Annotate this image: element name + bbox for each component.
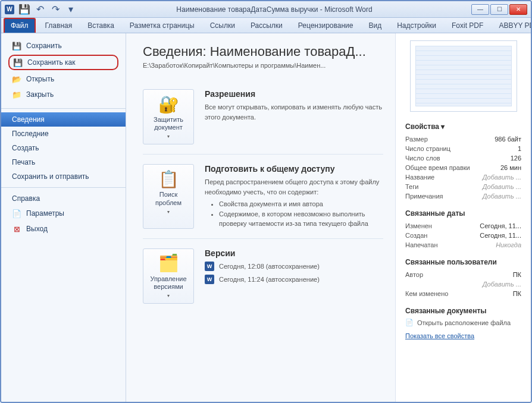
prop-lastmod-val: ПК [513,290,521,297]
prop-title-key: Название [405,174,434,181]
nav-new[interactable]: Создать [1,141,126,155]
protect-document-button[interactable]: 🔐 Защитить документ ▾ [143,89,194,144]
tab-addins[interactable]: Надстройки [391,19,442,33]
qat-customize-button[interactable]: ▾ [64,4,77,15]
prop-comments-key: Примечания [405,193,443,200]
tab-pagelayout[interactable]: Разметка страницы [124,19,201,33]
nav-share-label: Сохранить и отправить [12,172,89,181]
window-title: Наименование товараДатаСумма выручки - M… [77,5,471,14]
tab-foxit[interactable]: Foxit PDF [446,19,489,33]
qat-save-button[interactable]: 💾 [18,4,31,15]
prop-pages-val: 1 [518,145,521,152]
prop-printed-key: Напечатан [405,241,437,248]
prop-modified-val: Сегодня, 11... [480,222,521,229]
prepare-bullet: Содержимое, в котором невозможно выполни… [219,209,383,229]
nav-exit-label: Выход [26,225,48,233]
prop-edit-val: 26 мин [500,164,521,171]
qat-redo-button[interactable]: ↷ [49,4,62,15]
save-as-icon: 💾 [13,58,23,67]
nav-info[interactable]: Сведения [1,112,126,127]
tab-file[interactable]: Файл [4,18,36,33]
prepare-section: 📋 Поиск проблем ▾ Подготовить к общему д… [143,155,383,239]
document-thumbnail[interactable] [410,40,517,112]
nav-help[interactable]: Справка [1,191,126,206]
manage-versions-button[interactable]: 🗂️ Управление версиями ▾ [143,248,194,304]
nav-save-label: Сохранить [26,42,62,50]
properties-heading[interactable]: Свойства ▾ [405,122,521,131]
prop-author-key: Автор [405,271,423,278]
prop-tags-add[interactable]: Добавить ... [483,183,521,190]
open-icon: 📂 [12,74,21,84]
check-issues-button[interactable]: 📋 Поиск проблем ▾ [143,164,194,229]
nav-exit[interactable]: ⊠ Выход [1,221,126,237]
version-label: Сегодня, 12:08 (автосохранение) [219,263,320,270]
version-item[interactable]: W Сегодня, 12:08 (автосохранение) [205,262,383,271]
nav-new-label: Создать [12,144,39,152]
properties-panel: Свойства ▾ Размер986 байт Число страниц1… [395,33,531,402]
minimize-button[interactable]: — [471,4,489,15]
close-button[interactable]: ✕ [509,4,527,15]
lock-icon: 🔐 [159,95,178,114]
file-icon: 📄 [405,319,414,326]
maximize-button[interactable]: ☐ [490,4,508,15]
tab-references[interactable]: Ссылки [204,19,241,33]
nav-save-as[interactable]: 💾 Сохранить как [8,55,118,70]
nav-options[interactable]: 📄 Параметры [1,206,126,221]
prop-printed-val: Никогда [496,241,521,248]
permissions-section: 🔐 Защитить документ ▾ Разрешения Все мог… [143,80,383,155]
related-docs-heading: Связанные документы [405,307,521,315]
version-item[interactable]: W Сегодня, 11:24 (автосохранение) [205,275,383,284]
info-path: E:\Заработок\Копирайт\Компьютеры и прогр… [143,62,383,69]
prop-title-add[interactable]: Добавить ... [483,174,521,181]
exit-icon: ⊠ [12,224,21,234]
quick-access-toolbar: 💾 ↶ ↷ ▾ [18,4,77,15]
nav-print[interactable]: Печать [1,155,126,169]
open-file-location[interactable]: 📄 Открыть расположение файла [405,319,521,326]
word-app-icon: W [5,5,14,14]
tab-view[interactable]: Вид [362,19,387,33]
nav-share[interactable]: Сохранить и отправить [1,169,126,184]
prepare-title: Подготовить к общему доступу [205,164,383,174]
nav-recent[interactable]: Последние [1,127,126,141]
dropdown-arrow-icon: ▾ [167,293,170,298]
word-doc-icon: W [205,275,214,284]
prop-created-key: Создан [405,232,427,239]
nav-print-label: Печать [12,158,35,166]
check-issues-label: Поиск проблем [146,191,191,206]
versions-icon: 🗂️ [159,254,178,273]
prop-created-val: Сегодня, 11... [480,232,521,239]
tab-review[interactable]: Рецензирование [292,19,359,33]
tab-insert[interactable]: Вставка [82,19,120,33]
options-icon: 📄 [12,209,21,218]
qat-undo-button[interactable]: ↶ [33,4,46,15]
word-doc-icon: W [205,262,214,271]
prop-size-key: Размер [405,136,428,143]
ribbon-tabs: Файл Главная Вставка Разметка страницы С… [1,18,531,33]
prop-comments-add[interactable]: Добавить ... [483,193,521,200]
prepare-desc: Перед распространением общего доступа к … [205,177,383,197]
nav-save[interactable]: 💾 Сохранить [1,38,126,53]
dropdown-arrow-icon: ▾ [167,209,170,215]
nav-help-label: Справка [12,194,40,203]
close-file-icon: 📁 [12,90,21,99]
inspect-icon: 📋 [159,169,178,188]
save-icon: 💾 [12,41,21,51]
tab-mailings[interactable]: Рассылки [245,19,289,33]
tab-home[interactable]: Главная [39,19,79,33]
versions-title: Версии [205,248,383,258]
versions-section: 🗂️ Управление версиями ▾ Версии W Сегодн… [143,239,383,313]
prop-author-val: ПК [513,271,521,278]
tab-abbyy[interactable]: ABBYY PDF Transformer+ [493,19,532,33]
title-bar: W 💾 ↶ ↷ ▾ Наименование товараДатаСумма в… [1,1,531,18]
show-all-properties[interactable]: Показать все свойства [405,332,474,339]
prop-author-add[interactable]: Добавить ... [483,281,521,288]
related-dates-heading: Связанные даты [405,209,521,218]
dropdown-arrow-icon: ▾ [167,134,170,139]
nav-open[interactable]: 📂 Открыть [1,71,126,87]
version-label: Сегодня, 11:24 (автосохранение) [219,276,320,283]
permissions-desc: Все могут открывать, копировать и изменя… [205,102,383,122]
prop-lastmod-key: Кем изменено [405,290,448,297]
related-people-heading: Связанные пользователи [405,258,521,266]
nav-close[interactable]: 📁 Закрыть [1,87,126,102]
backstage-nav: 💾 Сохранить 💾 Сохранить как 📂 Открыть 📁 … [1,33,126,402]
